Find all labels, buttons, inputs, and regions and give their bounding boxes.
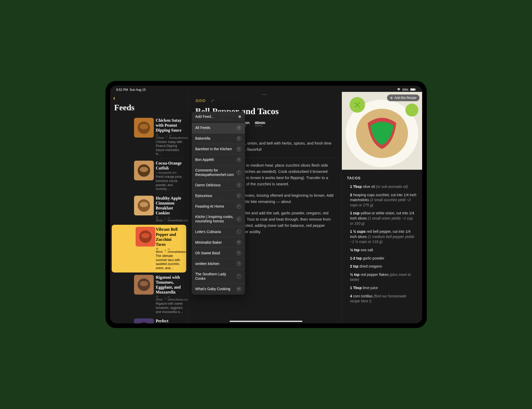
feed-item[interactable]: Healthy Apple Cinnamon Breakfast Cookies… xyxy=(110,193,188,225)
ingredient-item: 1 Tbsp lime juice xyxy=(347,285,417,291)
ingredient-item: 2 tsp dried oregano xyxy=(347,264,417,269)
dropdown-item[interactable]: EpicuriousE xyxy=(192,190,245,201)
feed-item-desc: The ultimate summer taco with sautéed zu… xyxy=(156,254,182,270)
feed-item-desc: Fresh orange juice, luxurious cocoa powd… xyxy=(156,175,184,191)
dropdown-item[interactable]: BakerellaB xyxy=(192,133,245,144)
feed-item[interactable]: Perfect Blueberry Pie ⏱ 120min| ▭ thesta… xyxy=(110,316,188,323)
dropdown-item[interactable]: Oh Sweet BasilO xyxy=(192,248,245,258)
feed-badge-icon: ⦿ xyxy=(237,126,241,130)
dropdown-item[interactable]: Comments for thestayathomechef.comC xyxy=(192,165,245,180)
wifi-icon xyxy=(397,88,401,92)
feed-item[interactable]: Vibrant Bell Pepper and Zucchini Tacos ⏱… xyxy=(112,225,186,272)
feed-item-title: Vibrant Bell Pepper and Zucchini Tacos xyxy=(156,227,182,247)
ingredient-item: 1 Tbsp olive oil (or sub avocado oil) xyxy=(347,184,417,189)
feed-badge-icon: D xyxy=(237,183,241,187)
feed-badge-icon: W xyxy=(237,287,241,291)
feed-item-title: Perfect Blueberry Pie xyxy=(156,318,184,323)
feed-list[interactable]: Chicken Satay with Peanut Dipping Sauce … xyxy=(110,115,188,323)
status-time: 8:52 PM xyxy=(116,88,128,92)
dropdown-item[interactable]: Damn DeliciousD xyxy=(192,180,245,190)
dropdown-item[interactable]: Barefeet in the KitchenB xyxy=(192,144,245,155)
recipe-hero-image: ⊕ Add this Recipe xyxy=(342,92,422,170)
feed-item-title: Rigatoni with Tomatoes, Eggplant, and Mo… xyxy=(156,275,184,295)
add-recipe-button[interactable]: ⊕ Add this Recipe xyxy=(387,94,419,101)
dropdown-item[interactable]: Bon AppétitB xyxy=(192,155,245,165)
ingredient-item: 4 corn tortillas (find our homemade reci… xyxy=(347,294,417,304)
feed-thumbnail xyxy=(134,196,154,215)
feed-badge-icon: M xyxy=(237,240,241,245)
svg-point-31 xyxy=(405,104,418,117)
svg-point-14 xyxy=(141,233,150,238)
ingredient-item: 2 heaping cups zucchini, cut into 1/4 in… xyxy=(347,193,417,208)
feed-item-meta: ▭ bonappetit.com xyxy=(156,171,184,174)
feeds-title: Feeds xyxy=(110,103,188,115)
feed-item-meta: ⏱ 270min| ▭ thestayathomechef.c… xyxy=(156,134,184,139)
feed-item-title: Cocoa-Orange Catfish xyxy=(156,161,184,171)
add-feed-item[interactable]: Add Feed... ⊕ xyxy=(192,112,245,123)
ingredient-item: 1 ½ cups red bell pepper, cut into 1/4 i… xyxy=(347,229,417,244)
feed-item-meta: ⏱ 35min| ▭ leitesculinaria.com xyxy=(156,295,184,301)
feed-thumbnail xyxy=(134,318,154,323)
feed-item[interactable]: Chicken Satay with Peanut Dipping Sauce … xyxy=(110,115,188,158)
expand-icon[interactable]: ⤢ xyxy=(211,98,214,103)
drag-handle-icon[interactable]: ••• xyxy=(262,92,268,97)
feeds-dropdown[interactable]: Add Feed... ⊕ All Feeds⦿BakerellaBBarefe… xyxy=(192,112,245,295)
sidebar: ‹ Feeds Chicken Satay with Peanut Dippin… xyxy=(110,92,188,323)
svg-point-11 xyxy=(140,202,148,207)
battery-percent: 99% xyxy=(402,88,408,92)
feed-item-meta: ⏱ 40min| ▭ minimalistbaker.com xyxy=(156,248,182,253)
dropdown-item[interactable]: Kitchn | Inspiring cooks, nourishing hom… xyxy=(192,212,245,227)
feed-badge-icon: L xyxy=(237,229,241,234)
dropdown-item[interactable]: smitten kitchenS xyxy=(192,258,245,269)
dropdown-item[interactable]: Minimalist BakerM xyxy=(192,237,245,248)
recipe-panel: ⊕ Add this Recipe TACOS 1 Tbsp olive oil… xyxy=(342,92,422,323)
plus-circle-icon: ⊕ xyxy=(238,114,241,119)
feed-badge-icon: S xyxy=(237,261,241,266)
svg-rect-1 xyxy=(410,89,415,91)
feed-badge-icon: K xyxy=(237,217,241,221)
feed-badge-icon: E xyxy=(237,193,241,198)
dropdown-item[interactable]: All Feeds⦿ xyxy=(192,123,245,133)
feed-thumbnail xyxy=(134,161,154,180)
ingredient-item: 1 cup yellow or white onion, cut into 1/… xyxy=(347,211,417,226)
feed-thumbnail xyxy=(134,275,154,295)
feed-item[interactable]: Cocoa-Orange Catfish ▭ bonappetit.com Fr… xyxy=(110,158,188,193)
battery-icon xyxy=(410,88,416,92)
ingredients-list: TACOS 1 Tbsp olive oil (or sub avocado o… xyxy=(342,170,422,313)
dropdown-item[interactable]: The Southern Lady CooksT xyxy=(192,269,245,284)
home-indicator[interactable] xyxy=(230,321,302,322)
svg-rect-2 xyxy=(415,89,416,90)
feed-item-meta: ⏱ 25min| ▭ ohsweetbasil.com xyxy=(156,216,184,222)
feed-thumbnail xyxy=(134,118,154,138)
feed-badge-icon: B xyxy=(237,136,241,141)
svg-point-5 xyxy=(140,124,148,129)
feed-item-title: Healthy Apple Cinnamon Breakfast Cookies xyxy=(156,196,184,216)
dropdown-item[interactable]: Feasting At HomeF xyxy=(192,201,245,212)
feed-item[interactable]: Rigatoni with Tomatoes, Eggplant, and Mo… xyxy=(110,272,188,316)
ingredient-item: 1-2 tsp garlic powder xyxy=(347,256,417,261)
back-button[interactable]: ‹ xyxy=(113,94,115,102)
feed-badge-icon: F xyxy=(237,204,241,209)
feed-badge-icon: T xyxy=(237,274,241,279)
feed-badge-icon: O xyxy=(237,251,241,255)
feed-badge-icon: C xyxy=(237,170,241,175)
feed-item-desc: Chicken Satay with Peanut Dipping Sauce … xyxy=(156,140,184,156)
more-options-button[interactable]: ⊙⊙⊙ xyxy=(195,98,205,103)
status-bar: 8:52 PM Sun Aug 15 99% xyxy=(110,87,422,93)
feed-badge-icon: B xyxy=(237,158,241,162)
feed-item-desc: Rigatoni with sweet tomatoes, eggplant, … xyxy=(156,302,184,314)
ingredients-section-title: TACOS xyxy=(347,176,417,180)
plus-circle-icon: ⊕ xyxy=(390,96,393,100)
dropdown-item[interactable]: Leite's CulinariaL xyxy=(192,227,245,237)
feed-thumbnail xyxy=(136,227,155,247)
dropdown-item[interactable]: What's Gaby CookingW xyxy=(192,284,245,295)
status-date: Sun Aug 15 xyxy=(130,88,146,92)
ingredient-item: ½ tsp red pepper flakes (plus more to ta… xyxy=(347,272,417,282)
feed-badge-icon: B xyxy=(237,147,241,152)
feed-item-title: Chicken Satay with Peanut Dipping Sauce xyxy=(156,118,184,133)
svg-point-17 xyxy=(140,281,148,286)
ingredient-item: ¼ tsp sea salt xyxy=(347,248,417,253)
svg-point-8 xyxy=(140,167,148,172)
